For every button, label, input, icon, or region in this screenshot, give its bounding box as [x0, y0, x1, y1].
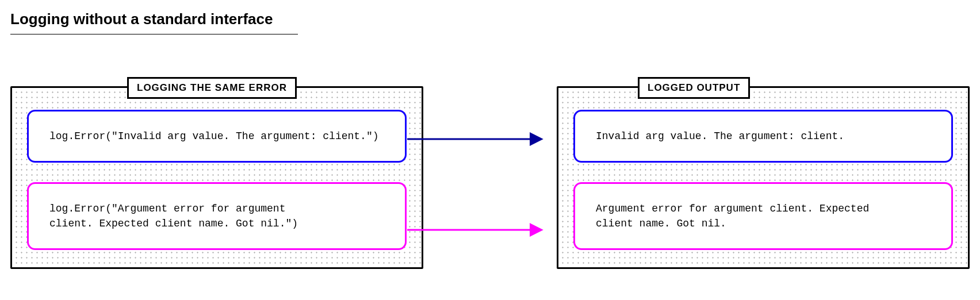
card-input-1: log.Error("Invalid arg value. The argume…: [27, 110, 407, 163]
panel-logged-output: LOGGED OUTPUT Invalid arg value. The arg…: [557, 86, 970, 269]
panel-logging-input: LOGGING THE SAME ERROR log.Error("Invali…: [10, 86, 423, 269]
page-title: Logging without a standard interface: [10, 10, 970, 28]
card-input-2: log.Error("Argument error for argument c…: [27, 182, 407, 250]
card-output-2: Argument error for argument client. Expe…: [573, 182, 953, 250]
panel-label-left: LOGGING THE SAME ERROR: [127, 77, 297, 99]
arrows-overlay: [407, 86, 580, 286]
title-underline: [10, 34, 298, 34]
panel-label-right: LOGGED OUTPUT: [638, 77, 750, 99]
card-output-1: Invalid arg value. The argument: client.: [573, 110, 953, 163]
panels-row: LOGGING THE SAME ERROR log.Error("Invali…: [10, 86, 970, 269]
